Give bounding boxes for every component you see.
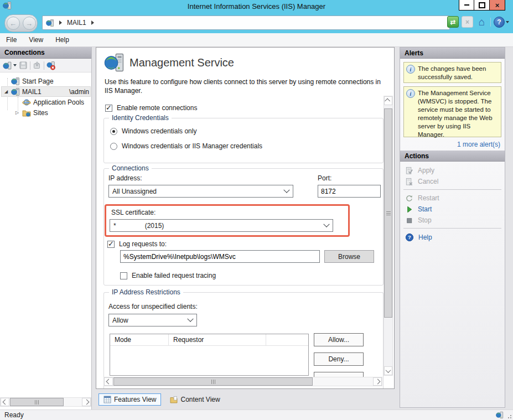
sidebar-item-application-pools[interactable]: Application Pools <box>22 97 84 107</box>
access-clients-select[interactable]: Allow <box>108 314 197 326</box>
sidebar-item-start-page[interactable]: Start Page <box>11 76 54 86</box>
page-description: Use this feature to configure how client… <box>105 77 384 95</box>
server-user-suffix: \admin <box>69 88 90 96</box>
port-input[interactable] <box>318 185 381 198</box>
expanded-triangle-icon[interactable]: ◢ <box>3 89 9 94</box>
management-service-icon <box>104 52 125 75</box>
scrollbar-thumb[interactable] <box>384 108 392 318</box>
help-icon: ? <box>494 17 505 28</box>
help-menu-button[interactable]: ? <box>494 17 509 28</box>
ip-address-select[interactable]: All Unassigned <box>108 185 293 198</box>
ip-restrictions-group: IP Address Restrictions Access for unspe… <box>103 292 384 389</box>
menu-file[interactable]: File <box>0 34 23 45</box>
stop-x-icon: × <box>465 18 469 26</box>
menu-view[interactable]: View <box>23 34 49 45</box>
chevron-down-icon <box>13 64 17 66</box>
home-button[interactable]: ⌂ <box>476 16 488 28</box>
scroll-up-button[interactable] <box>384 96 392 105</box>
create-connection-button[interactable] <box>3 61 17 70</box>
alert-service-stopped: i The Management Service (WMSVC) is stop… <box>403 86 501 137</box>
delete-connection-button[interactable] <box>46 61 56 70</box>
sidebar-hscrollbar[interactable] <box>0 397 91 407</box>
log-requests-label: Log requests to: <box>119 240 167 248</box>
svg-text:?: ? <box>408 234 411 240</box>
sites-icon <box>22 108 31 117</box>
menu-bar: File View Help <box>0 33 513 47</box>
windows-credentials-radio[interactable] <box>110 128 117 135</box>
connections-toolbar <box>0 59 91 72</box>
toolbar-divider <box>30 61 30 70</box>
alert-text: The changes have been successfully saved… <box>418 65 499 80</box>
view-tab-bar: Features View Content View <box>96 389 395 409</box>
stop-icon <box>405 216 413 225</box>
deny-button[interactable]: Deny... <box>314 352 364 366</box>
feature-page: Management Service Use this feature to c… <box>96 47 395 389</box>
breadcrumb-arrow-icon <box>91 20 94 25</box>
column-mode[interactable]: Mode <box>110 334 169 345</box>
thumb-grip <box>386 211 391 215</box>
action-start[interactable]: Start <box>400 204 505 215</box>
restrictions-table: Mode Requestor <box>110 334 309 376</box>
tab-content-view[interactable]: Content View <box>165 394 224 405</box>
ip-address-value: All Unassigned <box>112 188 157 195</box>
content-hscrollbar[interactable] <box>103 377 382 386</box>
menu-help[interactable]: Help <box>49 34 75 45</box>
collapsed-triangle-icon[interactable]: ▷ <box>14 110 20 115</box>
radio-row: Windows credentials or IIS Manager crede… <box>110 142 262 150</box>
access-clients-label: Access for unspecified clients: <box>108 303 198 310</box>
failed-request-tracing-checkbox[interactable] <box>120 272 127 279</box>
scroll-right-button[interactable] <box>373 377 382 386</box>
forward-button[interactable]: → <box>23 17 36 30</box>
allow-button[interactable]: Allow... <box>314 333 364 346</box>
log-requests-checkbox[interactable] <box>107 241 115 248</box>
close-button[interactable]: × <box>490 0 505 11</box>
maximize-icon <box>479 2 485 8</box>
scrollbar-thumb[interactable] <box>113 377 313 386</box>
enable-remote-checkbox[interactable] <box>105 105 112 112</box>
iis-manager-window: Internet Information Services (IIS) Mana… <box>0 0 513 420</box>
sidebar-item-sites[interactable]: ▷ Sites <box>14 107 48 118</box>
column-blank <box>266 334 308 345</box>
resize-grip[interactable] <box>506 413 512 419</box>
action-restart: Restart <box>400 193 505 204</box>
radio-label: Windows credentials or IIS Manager crede… <box>122 142 262 150</box>
tab-features-view[interactable]: Features View <box>99 393 161 406</box>
back-icon: ← <box>9 19 17 28</box>
content-vscrollbar[interactable] <box>384 96 393 376</box>
ssl-certificate-select[interactable]: *(2015) <box>110 219 333 232</box>
ip-address-label: IP address: <box>108 174 142 182</box>
features-view-icon <box>103 396 111 403</box>
scroll-down-button[interactable] <box>384 366 392 375</box>
action-stop: Stop <box>400 215 505 226</box>
chevron-down-icon <box>506 21 509 23</box>
more-alerts-link[interactable]: 1 more alert(s) <box>457 141 500 148</box>
refresh-button[interactable]: ⇄ <box>447 16 459 28</box>
back-button[interactable]: ← <box>7 17 20 30</box>
column-requestor[interactable]: Requestor <box>169 334 266 345</box>
browse-button[interactable]: Browse <box>324 250 374 263</box>
breadcrumb[interactable]: MAIL1 <box>42 15 450 30</box>
maximize-button[interactable] <box>474 0 490 11</box>
chevron-up-icon <box>385 98 390 103</box>
chevron-right-icon <box>375 379 380 385</box>
windows-or-iis-credentials-radio[interactable] <box>110 143 117 150</box>
scroll-left-button[interactable] <box>104 377 113 386</box>
ssl-certificate-value: *(2015) <box>113 222 164 230</box>
status-server-icon <box>496 411 504 420</box>
scroll-right-button[interactable] <box>82 398 91 406</box>
connect-globe-icon <box>3 61 12 70</box>
sidebar-item-server[interactable]: ◢ MAIL1 \admin <box>1 86 91 97</box>
action-help[interactable]: ? Help <box>400 232 505 243</box>
title-bar: Internet Information Services (IIS) Mana… <box>0 0 513 12</box>
server-icon <box>11 87 20 96</box>
scrollbar-thumb[interactable] <box>10 398 64 406</box>
thumb-grip <box>211 380 215 384</box>
breadcrumb-server[interactable]: MAIL1 <box>67 19 86 27</box>
minimize-button[interactable] <box>459 0 474 11</box>
chevron-down-icon <box>323 221 329 227</box>
table-header-row: Mode Requestor <box>110 334 308 346</box>
log-path-input[interactable] <box>120 250 320 263</box>
action-label: Start <box>418 205 432 213</box>
port-label: Port: <box>318 174 331 182</box>
scroll-left-button[interactable] <box>1 398 9 406</box>
